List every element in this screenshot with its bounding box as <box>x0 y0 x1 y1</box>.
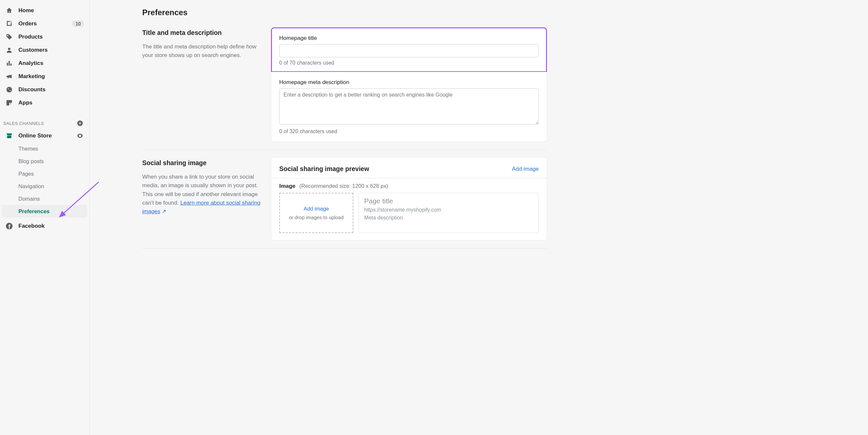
sidebar-item-label: Products <box>19 34 84 40</box>
sidebar-item-label: Customers <box>19 47 84 53</box>
chart-icon <box>5 59 13 67</box>
sidebar-item-marketing[interactable]: Marketing <box>0 70 89 83</box>
card-heading: Social sharing image preview <box>279 165 369 173</box>
homepage-meta-card: Homepage meta description 0 of 320 chara… <box>271 72 547 142</box>
preview-meta: Meta description <box>364 215 533 221</box>
social-preview-card: Social sharing image preview Add image I… <box>271 158 547 240</box>
sidebar-sub-pages[interactable]: Pages <box>0 167 89 180</box>
homepage-title-helper: 0 of 70 characters used <box>279 60 539 66</box>
sidebar-item-online-store[interactable]: Online Store <box>0 129 89 142</box>
sidebar: Home Orders 10 Products Customers Analyt… <box>0 0 90 435</box>
add-image-button[interactable]: Add image <box>512 166 539 172</box>
drop-add-label: Add image <box>304 206 329 212</box>
facebook-icon <box>5 222 13 230</box>
discount-icon <box>5 86 13 94</box>
store-icon <box>5 132 13 140</box>
person-icon <box>5 46 13 54</box>
page-title: Preferences <box>142 8 547 17</box>
homepage-title-label: Homepage title <box>279 35 539 41</box>
sidebar-sub-blog-posts[interactable]: Blog posts <box>0 155 89 167</box>
section-description: The title and meta description help defi… <box>142 42 261 60</box>
sales-channels-header: SALES CHANNELS <box>0 116 89 129</box>
homepage-meta-helper: 0 of 320 characters used <box>279 128 539 135</box>
homepage-title-card: Homepage title 0 of 70 characters used <box>271 28 547 72</box>
sidebar-item-label: Orders <box>19 21 67 27</box>
homepage-meta-label: Homepage meta description <box>279 79 539 86</box>
tag-icon <box>5 33 13 41</box>
sidebar-item-label: Analytics <box>19 60 84 66</box>
view-store-button[interactable] <box>76 132 84 140</box>
sidebar-item-label: Marketing <box>19 73 84 80</box>
sidebar-item-home[interactable]: Home <box>0 4 89 17</box>
sidebar-sub-domains[interactable]: Domains <box>0 193 89 205</box>
title-meta-section: Title and meta description The title and… <box>142 28 547 150</box>
sidebar-sub-preferences[interactable]: Preferences <box>2 205 87 218</box>
sidebar-item-discounts[interactable]: Discounts <box>0 83 89 96</box>
image-drop-zone[interactable]: Add image or drop images to upload <box>279 193 353 233</box>
main-content: Preferences Title and meta description T… <box>90 0 557 435</box>
recommended-size: (Recommended size: 1200 x 628 px) <box>299 183 388 189</box>
homepage-meta-textarea[interactable] <box>279 88 539 124</box>
sidebar-item-label: Home <box>19 7 84 14</box>
section-heading: Social sharing image <box>142 159 261 167</box>
orders-icon <box>5 20 13 28</box>
sidebar-sub-themes[interactable]: Themes <box>0 142 89 155</box>
sidebar-item-customers[interactable]: Customers <box>0 44 89 57</box>
orders-badge: 10 <box>72 21 84 27</box>
homepage-title-input[interactable] <box>279 44 539 57</box>
sidebar-item-facebook[interactable]: Facebook <box>0 220 89 233</box>
sidebar-item-analytics[interactable]: Analytics <box>0 57 89 70</box>
image-label: Image <box>279 183 296 190</box>
section-heading: Title and meta description <box>142 29 261 36</box>
preview-page-title: Page title <box>364 197 533 205</box>
megaphone-icon <box>5 72 13 80</box>
sidebar-item-label: Facebook <box>19 223 84 229</box>
sidebar-item-label: Online Store <box>19 133 71 139</box>
drop-hint: or drop images to upload <box>289 214 344 220</box>
section-description: When you share a link to your store on s… <box>142 173 261 216</box>
sidebar-item-orders[interactable]: Orders 10 <box>0 17 89 30</box>
preview-url: https://storename.myshopify.com <box>364 207 533 213</box>
external-link-icon: ↗ <box>162 207 166 216</box>
social-preview-box: Page title https://storename.myshopify.c… <box>359 193 539 233</box>
sidebar-item-apps[interactable]: Apps <box>0 96 89 109</box>
sidebar-item-label: Apps <box>19 99 84 106</box>
sidebar-sub-navigation[interactable]: Navigation <box>0 180 89 193</box>
apps-icon <box>5 99 13 107</box>
add-channel-button[interactable] <box>76 119 84 127</box>
sidebar-item-label: Discounts <box>19 86 84 93</box>
home-icon <box>5 7 13 14</box>
social-sharing-section: Social sharing image When you share a li… <box>142 158 547 249</box>
sidebar-item-products[interactable]: Products <box>0 30 89 44</box>
